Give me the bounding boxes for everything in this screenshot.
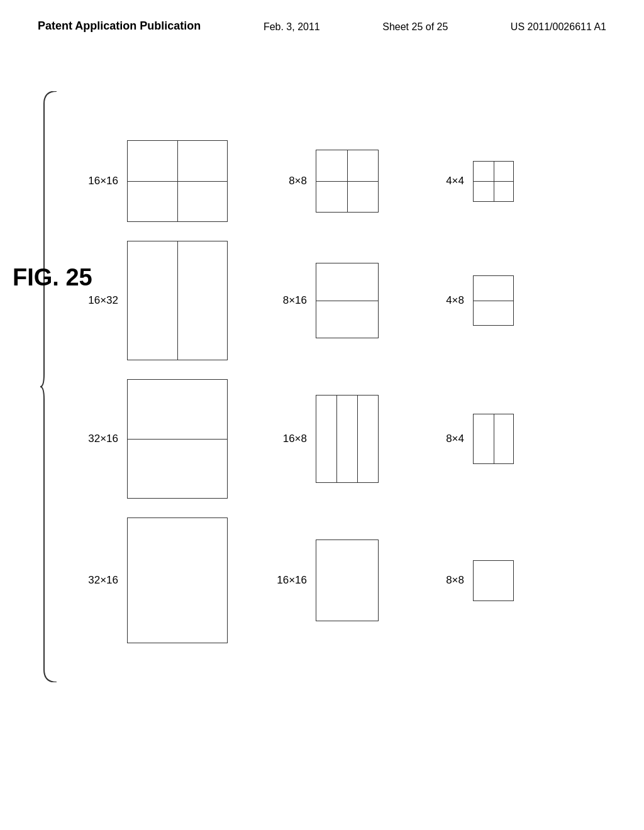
box-r2c2 bbox=[316, 263, 379, 338]
col1-row1: 16×16 bbox=[88, 140, 239, 222]
label-r3c3: 8×4 bbox=[434, 433, 464, 445]
col1-row2: 16×32 bbox=[88, 241, 239, 360]
patent-number: US 2011/0026611 A1 bbox=[511, 19, 606, 33]
box-r4c3 bbox=[473, 560, 514, 601]
box-r1c1 bbox=[127, 140, 228, 222]
rows-container: 16×16 8×8 4×4 bbox=[88, 58, 606, 643]
col3-row2: 4×8 bbox=[434, 275, 522, 326]
box-r1c3 bbox=[473, 161, 514, 202]
row-2: 16×32 8×16 4×8 bbox=[88, 241, 606, 360]
box-r2c1 bbox=[127, 241, 228, 360]
label-r3c1: 32×16 bbox=[88, 433, 118, 445]
col3-row4: 8×8 bbox=[434, 560, 522, 601]
box-r4c1 bbox=[127, 517, 228, 643]
box-r3c1 bbox=[127, 379, 228, 499]
row-3: 32×16 16×8 8×4 bbox=[88, 379, 606, 499]
col2-row1: 8×8 bbox=[277, 150, 396, 213]
publication-date: Feb. 3, 2011 bbox=[264, 19, 320, 33]
row-1: 16×16 8×8 4×4 bbox=[88, 140, 606, 222]
col3-row3: 8×4 bbox=[434, 414, 522, 464]
label-r4c1: 32×16 bbox=[88, 574, 118, 587]
label-r1c2: 8×8 bbox=[277, 175, 307, 187]
box-r2c3 bbox=[473, 275, 514, 326]
label-r2c3: 4×8 bbox=[434, 294, 464, 307]
box-r3c2 bbox=[316, 395, 379, 483]
col2-row2: 8×16 bbox=[277, 263, 396, 338]
col1-row3: 32×16 bbox=[88, 379, 239, 499]
col3-row1: 4×4 bbox=[434, 161, 522, 202]
label-r2c2: 8×16 bbox=[277, 294, 307, 307]
label-r4c2: 16×16 bbox=[277, 574, 307, 587]
page-header: Patent Application Publication Feb. 3, 2… bbox=[0, 0, 644, 33]
label-r1c1: 16×16 bbox=[88, 175, 118, 187]
col2-row4: 16×16 bbox=[277, 540, 396, 621]
publication-title: Patent Application Publication bbox=[38, 19, 201, 33]
box-r4c2 bbox=[316, 540, 379, 621]
col2-row3: 16×8 bbox=[277, 395, 396, 483]
label-r2c1: 16×32 bbox=[88, 294, 118, 307]
label-r1c3: 4×4 bbox=[434, 175, 464, 187]
box-r3c3 bbox=[473, 414, 514, 464]
col1-row4: 32×16 bbox=[88, 517, 239, 643]
main-content: 16×16 8×8 4×4 bbox=[0, 58, 644, 643]
box-r1c2 bbox=[316, 150, 379, 213]
label-r3c2: 16×8 bbox=[277, 433, 307, 445]
label-r4c3: 8×8 bbox=[434, 574, 464, 587]
row-4: 32×16 16×16 8×8 bbox=[88, 517, 606, 643]
sheet-info: Sheet 25 of 25 bbox=[382, 19, 448, 33]
